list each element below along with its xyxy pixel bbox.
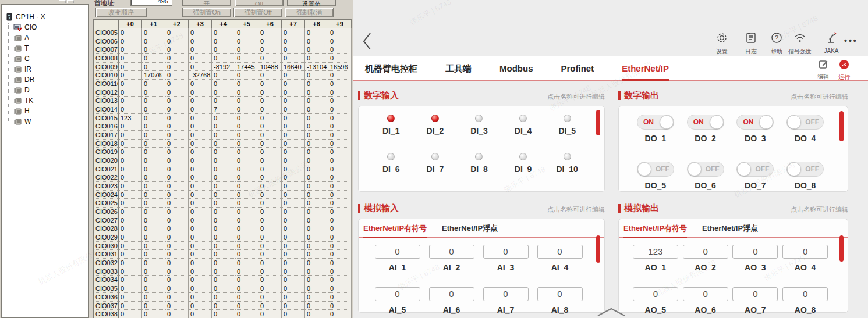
table-cell[interactable]: 0: [212, 208, 235, 216]
force-cancel-button[interactable]: 强制取消: [285, 8, 334, 17]
table-cell[interactable]: 0: [165, 233, 189, 242]
table-cell[interactable]: 0: [142, 224, 165, 233]
table-cell[interactable]: 0: [235, 28, 258, 37]
table-cell[interactable]: 0: [165, 267, 189, 276]
table-cell[interactable]: 0: [258, 148, 282, 156]
table-cell[interactable]: 0: [142, 37, 165, 46]
table-cell[interactable]: 0: [258, 45, 282, 54]
ai-scrollbar[interactable]: [596, 235, 600, 263]
table-cell[interactable]: 0: [165, 182, 189, 191]
table-cell[interactable]: 0: [282, 140, 305, 148]
table-row-header[interactable]: CIO0090: [94, 63, 119, 72]
table-cell[interactable]: 0: [165, 250, 189, 259]
table-cell[interactable]: 0: [142, 216, 165, 225]
table-cell[interactable]: 0: [235, 37, 258, 46]
di-name[interactable]: DI_4: [515, 126, 532, 135]
table-cell[interactable]: 0: [119, 45, 142, 54]
table-cell[interactable]: 0: [212, 88, 235, 97]
table-cell[interactable]: 0: [189, 284, 212, 293]
table-cell[interactable]: 0: [119, 267, 142, 276]
table-cell[interactable]: 0: [165, 276, 189, 284]
sidebar-item-a[interactable]: A: [2, 33, 88, 43]
table-cell[interactable]: 0: [235, 80, 258, 88]
table-cell[interactable]: 0: [282, 37, 305, 46]
table-cell[interactable]: 0: [189, 165, 212, 174]
change-order-button[interactable]: 改变顺序: [95, 8, 147, 17]
table-cell[interactable]: 0: [212, 71, 235, 80]
table-row-header[interactable]: CIO0330: [94, 267, 119, 276]
table-cell[interactable]: 0: [305, 250, 328, 259]
table-row-header[interactable]: CIO0150: [94, 114, 119, 123]
ao-value-box[interactable]: 0: [732, 287, 778, 301]
table-cell[interactable]: 0: [328, 148, 352, 156]
table-cell[interactable]: 0: [328, 165, 352, 174]
force-on-button[interactable]: 强制置On: [182, 8, 231, 17]
table-cell[interactable]: 0: [258, 122, 282, 131]
table-cell[interactable]: 0: [142, 310, 165, 318]
table-cell[interactable]: 0: [212, 224, 235, 233]
sidebar-item-tk[interactable]: TK: [2, 95, 88, 106]
table-cell[interactable]: 0: [165, 88, 189, 97]
table-cell[interactable]: 0: [235, 199, 258, 208]
ao-name[interactable]: AO_7: [745, 305, 766, 315]
table-cell[interactable]: 0: [235, 54, 258, 63]
table-cell[interactable]: 0: [142, 114, 165, 123]
table-cell[interactable]: 0: [305, 310, 328, 318]
ai-value-box[interactable]: 0: [429, 287, 474, 301]
table-cell[interactable]: 0: [305, 267, 328, 276]
table-cell[interactable]: -32768: [189, 71, 212, 80]
table-row-header[interactable]: CIO0070: [94, 45, 119, 54]
sidebar-item-h[interactable]: H: [2, 106, 88, 116]
collapse-chevron-button[interactable]: [597, 306, 626, 318]
ao-value-box[interactable]: 123: [633, 245, 678, 259]
table-cell[interactable]: 0: [258, 284, 282, 293]
table-row-header[interactable]: CIO0130: [94, 97, 119, 105]
ao-name[interactable]: AO_5: [645, 305, 667, 315]
on-button[interactable]: 开: [182, 0, 231, 6]
table-cell[interactable]: 16640: [282, 63, 305, 72]
table-cell[interactable]: 0: [282, 45, 305, 54]
table-row-header[interactable]: CIO0120: [94, 88, 119, 97]
table-cell[interactable]: 0: [305, 216, 328, 225]
table-cell[interactable]: 0: [119, 28, 142, 37]
table-cell[interactable]: 0: [235, 105, 258, 114]
table-cell[interactable]: 0: [212, 284, 235, 293]
table-cell[interactable]: 0: [305, 71, 328, 80]
table-cell[interactable]: 0: [119, 284, 142, 293]
table-cell[interactable]: 0: [282, 224, 305, 233]
table-cell[interactable]: 0: [282, 259, 305, 267]
di-name[interactable]: DI_2: [427, 126, 444, 135]
table-cell[interactable]: 0: [305, 165, 328, 174]
di-name[interactable]: DI_5: [558, 126, 576, 135]
table-cell[interactable]: 0: [235, 173, 258, 182]
table-cell[interactable]: 0: [235, 208, 258, 216]
ai-name[interactable]: AI_8: [551, 305, 569, 315]
table-cell[interactable]: 0: [235, 114, 258, 123]
table-cell[interactable]: 0: [142, 148, 165, 156]
off-button[interactable]: Off: [235, 0, 284, 6]
ai-tab-signed[interactable]: EtherNet/IP有符号: [363, 223, 427, 238]
ai-name[interactable]: AI_4: [551, 263, 569, 272]
table-cell[interactable]: 0: [142, 88, 165, 97]
table-cell[interactable]: 0: [142, 131, 165, 140]
table-cell[interactable]: 0: [235, 224, 258, 233]
di-name[interactable]: DI_7: [427, 165, 444, 174]
ai-name[interactable]: AI_3: [497, 263, 515, 272]
ai-value-box[interactable]: 0: [537, 287, 583, 301]
table-cell[interactable]: 0: [235, 156, 258, 165]
table-cell[interactable]: 0: [235, 310, 258, 318]
table-cell[interactable]: 0: [212, 242, 235, 251]
table-cell[interactable]: 0: [189, 97, 212, 105]
ao-value-box[interactable]: 0: [782, 287, 828, 301]
table-cell[interactable]: 0: [235, 140, 258, 148]
table-cell[interactable]: 0: [142, 191, 165, 199]
table-cell[interactable]: 0: [119, 233, 142, 242]
table-cell[interactable]: 0: [305, 293, 328, 302]
table-cell[interactable]: 0: [282, 199, 305, 208]
table-row-header[interactable]: CIO0110: [94, 80, 119, 88]
do-scrollbar[interactable]: [839, 111, 844, 141]
table-cell[interactable]: 0: [165, 28, 189, 37]
table-cell[interactable]: 0: [189, 242, 212, 251]
table-cell[interactable]: 0: [142, 45, 165, 54]
table-cell[interactable]: 0: [235, 131, 258, 140]
